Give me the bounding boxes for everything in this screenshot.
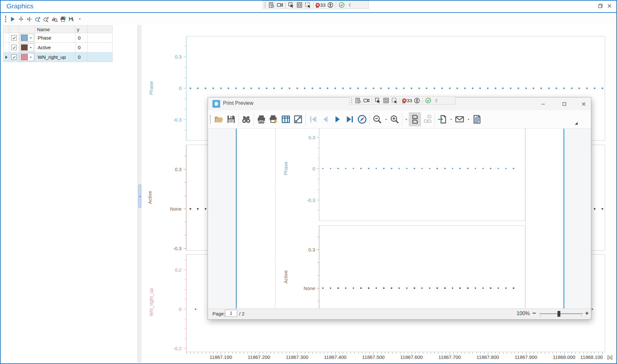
- visible-checkbox[interactable]: [11, 54, 17, 60]
- caret-down-button[interactable]: [448, 112, 453, 126]
- fit-vertical-button[interactable]: [25, 15, 33, 23]
- error-count-badge[interactable]: {✕}33: [402, 98, 412, 103]
- accessibility-button[interactable]: [413, 97, 421, 104]
- export-doc-button[interactable]: [436, 112, 448, 126]
- accessibility-button[interactable]: [326, 1, 334, 8]
- print-quick-button[interactable]: [267, 112, 280, 126]
- page-input[interactable]: 1: [225, 310, 237, 317]
- zoom-in-plus[interactable]: +: [585, 310, 589, 317]
- camera-button[interactable]: [276, 1, 284, 8]
- printer-button[interactable]: [255, 112, 267, 126]
- box-select-button[interactable]: [382, 97, 390, 104]
- data-point: [495, 87, 496, 89]
- caret-down-button[interactable]: [76, 15, 84, 23]
- zoom-slider-thumb[interactable]: [557, 311, 560, 317]
- dialog-title: Print Preview: [223, 100, 253, 106]
- color-swatch-cell[interactable]: [19, 33, 35, 43]
- zoom-slider-track[interactable]: [539, 313, 583, 314]
- x-axis-tick: [388, 352, 389, 354]
- save-button[interactable]: [225, 112, 237, 126]
- watermark-button[interactable]: [471, 112, 483, 126]
- toolbar-grip[interactable]: [265, 2, 266, 7]
- cursor-region-button[interactable]: [390, 97, 398, 104]
- name-cell[interactable]: Active: [35, 43, 75, 52]
- fit-horizontal-button[interactable]: [17, 15, 25, 23]
- color-swatch-cell[interactable]: [19, 52, 35, 62]
- data-point: [337, 168, 339, 169]
- error-icon: ✕: [316, 3, 320, 7]
- compass-button[interactable]: [356, 112, 368, 126]
- zoom-in-button[interactable]: [388, 112, 401, 126]
- zoom-x-search-button[interactable]: x: [42, 15, 50, 23]
- x-tick-label: 11867.700: [438, 354, 461, 360]
- nav-next-button[interactable]: [332, 112, 344, 126]
- toolbar-grip[interactable]: [210, 115, 211, 123]
- check-circle-button[interactable]: [424, 97, 432, 104]
- email-button[interactable]: [453, 112, 466, 126]
- quick-access-toolbar: {✕}33: [263, 1, 369, 9]
- play-button[interactable]: [9, 15, 17, 23]
- nav-first-button[interactable]: [307, 112, 319, 126]
- doc-target-button[interactable]: [354, 97, 362, 104]
- checkbox-cell[interactable]: [9, 52, 19, 62]
- chevron-left-button[interactable]: [432, 97, 441, 104]
- dialog-close-button[interactable]: [580, 101, 587, 107]
- camera-button[interactable]: [362, 97, 370, 104]
- y-axis-tick: [185, 109, 186, 109]
- name-cell[interactable]: Phase: [35, 33, 75, 43]
- x-axis-tick: [229, 352, 229, 354]
- toolbar-grip[interactable]: [351, 98, 352, 103]
- cursor-region-button[interactable]: [304, 1, 312, 8]
- page-setup-button[interactable]: [280, 112, 292, 126]
- data-point: [513, 287, 514, 289]
- layout-multi-button[interactable]: [421, 112, 433, 126]
- color-dropdown[interactable]: [20, 43, 34, 51]
- name-cell[interactable]: WN_right_up: [35, 52, 75, 62]
- zoom-out-minus[interactable]: −: [532, 310, 536, 317]
- y-cell[interactable]: 0: [75, 43, 88, 52]
- y-cell[interactable]: 0: [75, 52, 88, 62]
- splitter-handle[interactable]: ◂: [138, 185, 141, 208]
- doc-target-button[interactable]: [267, 1, 276, 8]
- layout-pages-button[interactable]: [409, 112, 421, 126]
- nav-prev-button[interactable]: [319, 112, 332, 126]
- color-swatch-cell[interactable]: [19, 43, 35, 52]
- nav-last-button[interactable]: [344, 112, 356, 126]
- chevron-left-button[interactable]: [346, 1, 354, 8]
- cursor-select-button[interactable]: [287, 1, 295, 8]
- panel-splitter[interactable]: ◂: [137, 25, 141, 363]
- checkbox-cell[interactable]: [9, 43, 19, 52]
- folder-open-button[interactable]: [213, 112, 225, 126]
- caret-down-button[interactable]: [466, 112, 471, 126]
- x-axis-tick: [244, 352, 244, 354]
- y-axis-tick: [185, 156, 186, 156]
- close-button[interactable]: [607, 3, 614, 10]
- binoculars-button[interactable]: [240, 112, 252, 126]
- visible-checkbox[interactable]: [11, 35, 17, 41]
- checkbox-cell[interactable]: [9, 33, 19, 43]
- toolbar-overflow-icon[interactable]: [575, 121, 578, 126]
- error-count-badge[interactable]: {✕}33: [315, 2, 325, 8]
- zoom-out-button[interactable]: [371, 112, 383, 126]
- save-export-button[interactable]: [67, 15, 75, 23]
- x-axis-tick: [282, 352, 282, 354]
- page-scale-button[interactable]: [292, 112, 304, 126]
- caret-down-button[interactable]: [383, 112, 388, 126]
- color-dropdown[interactable]: [20, 53, 34, 61]
- caret-down-button[interactable]: [404, 112, 409, 126]
- box-select-button[interactable]: [295, 1, 304, 8]
- dialog-minimize-button[interactable]: [539, 101, 547, 107]
- cursor-select-button[interactable]: [373, 97, 382, 104]
- toolbar-grip[interactable]: [5, 16, 6, 22]
- y-cell[interactable]: 0: [75, 33, 88, 43]
- x-axis-tick: [366, 352, 366, 354]
- color-dropdown[interactable]: [20, 34, 34, 42]
- data-point: [205, 87, 206, 89]
- dialog-maximize-button[interactable]: [561, 101, 568, 107]
- visible-checkbox[interactable]: [11, 45, 17, 50]
- check-circle-button[interactable]: [337, 1, 346, 8]
- restore-button[interactable]: [598, 3, 605, 10]
- zoom-x-reset-button[interactable]: x: [34, 15, 42, 23]
- print-info-button[interactable]: ?: [59, 15, 67, 23]
- chart-zoom-button[interactable]: [51, 15, 59, 23]
